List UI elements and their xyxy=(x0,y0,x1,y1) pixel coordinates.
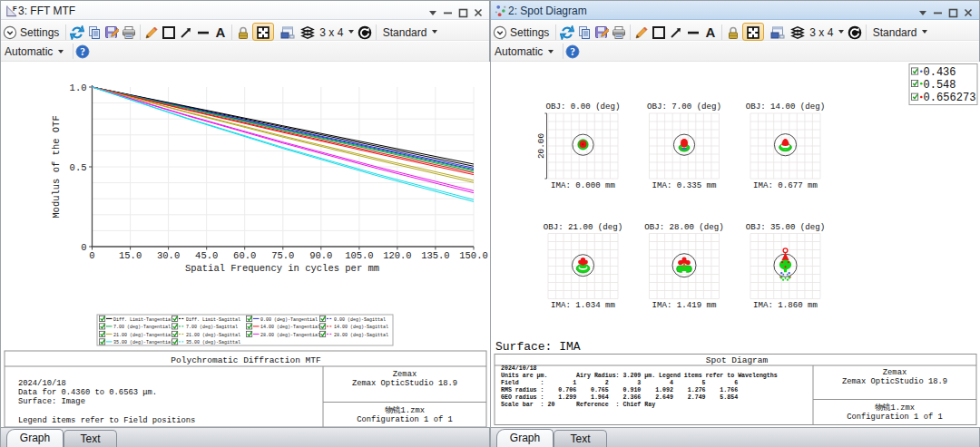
svg-text:A: A xyxy=(705,25,715,40)
svg-text:90.0: 90.0 xyxy=(309,250,332,261)
svg-text:?: ? xyxy=(80,46,85,57)
svg-text:Configuration 1 of 1: Configuration 1 of 1 xyxy=(357,415,453,424)
svg-text:OBJ: 21.00 (deg): OBJ: 21.00 (deg) xyxy=(544,222,622,232)
svg-text:Spot Diagram: Spot Diagram xyxy=(706,355,769,365)
svg-text:7.00 (deg)-Sagittal: 7.00 (deg)-Sagittal xyxy=(186,324,238,330)
svg-text:OBJ: 14.00 (deg): OBJ: 14.00 (deg) xyxy=(746,102,825,112)
svg-text:IMA: 1.034 mm: IMA: 1.034 mm xyxy=(551,300,615,310)
svg-text:OBJ: 0.00 (deg): OBJ: 0.00 (deg) xyxy=(546,102,621,112)
svg-text:Zemax: Zemax xyxy=(393,370,416,379)
svg-text:7.00 (deg)-Tangential: 7.00 (deg)-Tangential xyxy=(113,324,171,330)
svg-text:Diff. Limit-Sagittal: Diff. Limit-Sagittal xyxy=(186,316,240,323)
svg-text:30.0: 30.0 xyxy=(157,250,180,261)
svg-text:IMA: 1.419 mm: IMA: 1.419 mm xyxy=(652,300,717,310)
svg-text:物镜1.zmx: 物镜1.zmx xyxy=(385,405,425,415)
svg-text:Field : 1 2: Field : 1 2 3 4 5 6 xyxy=(501,380,738,386)
svg-text:Diff. Limit-Tangential: Diff. Limit-Tangential xyxy=(113,316,173,323)
svg-text:0.5: 0.5 xyxy=(70,162,87,173)
svg-text:F: F xyxy=(13,5,17,13)
svg-text:14.00 (deg)-Sagittal: 14.00 (deg)-Sagittal xyxy=(334,324,388,330)
svg-text:Scale bar : 20 Reference: Scale bar : 20 Reference : Chief Ray xyxy=(501,402,655,408)
svg-text:0.00 (deg)-Tangential: 0.00 (deg)-Tangential xyxy=(260,316,318,323)
svg-text:Zemax: Zemax xyxy=(883,368,906,377)
svg-text:0.436: 0.436 xyxy=(924,66,956,79)
svg-text:OBJ: 28.00 (deg): OBJ: 28.00 (deg) xyxy=(644,222,723,232)
svg-text:2024/10/18: 2024/10/18 xyxy=(18,379,66,388)
svg-text:Polychromatic Diffraction MTF: Polychromatic Diffraction MTF xyxy=(171,355,321,365)
svg-text:Spatial Frequency in cycles pe: Spatial Frequency in cycles per mm xyxy=(185,263,379,274)
svg-text:75.0: 75.0 xyxy=(271,250,294,261)
svg-text:135.0: 135.0 xyxy=(421,250,450,261)
svg-text:Units are μm. Airy Radi: Units are μm. Airy Radius: 3.209 μm. Leg… xyxy=(501,373,778,379)
svg-text:28.00 (deg)-Tangential: 28.00 (deg)-Tangential xyxy=(260,332,320,338)
svg-text:OBJ: 7.00 (deg): OBJ: 7.00 (deg) xyxy=(647,102,721,112)
svg-text:21.00 (deg)-Tangential: 21.00 (deg)-Tangential xyxy=(113,332,173,338)
svg-text:0: 0 xyxy=(89,250,94,261)
svg-text:15.0: 15.0 xyxy=(119,250,142,261)
svg-text:Modulus of the OTF: Modulus of the OTF xyxy=(51,115,62,218)
svg-text:120.0: 120.0 xyxy=(383,250,412,261)
svg-text:0: 0 xyxy=(81,242,86,253)
svg-text:45.0: 45.0 xyxy=(195,250,218,261)
svg-text:A: A xyxy=(215,25,225,40)
svg-text:IMA: 1.860 mm: IMA: 1.860 mm xyxy=(753,300,818,310)
svg-text:Surface: IMA: Surface: IMA xyxy=(495,340,581,354)
svg-text:60.0: 60.0 xyxy=(233,250,256,261)
svg-text:IMA: 0.335 mm: IMA: 0.335 mm xyxy=(652,180,717,190)
svg-text:20.00: 20.00 xyxy=(536,133,546,160)
svg-text:0.656273: 0.656273 xyxy=(924,92,976,104)
svg-text:Zemax OpticStudio 18.9: Zemax OpticStudio 18.9 xyxy=(352,379,457,388)
svg-text:RMS radius : 0.706 0.765: RMS radius : 0.706 0.765 0.910 1.092 1.2… xyxy=(501,387,738,394)
svg-text:Zemax OpticStudio 18.9: Zemax OpticStudio 18.9 xyxy=(842,377,947,386)
svg-text:35.00 (deg)-Sagittal: 35.00 (deg)-Sagittal xyxy=(186,339,240,345)
svg-text:Data for 0.4360 to 0.6563 μm.: Data for 0.4360 to 0.6563 μm. xyxy=(18,388,157,397)
svg-text:35.00 (deg)-Tangential: 35.00 (deg)-Tangential xyxy=(113,339,173,345)
svg-text:21.00 (deg)-Sagittal: 21.00 (deg)-Sagittal xyxy=(186,332,240,338)
svg-text:IMA: 0.677 mm: IMA: 0.677 mm xyxy=(753,180,818,190)
svg-text:1.0: 1.0 xyxy=(70,83,87,93)
svg-text:?: ? xyxy=(570,46,575,57)
svg-text:28.00 (deg)-Sagittal: 28.00 (deg)-Sagittal xyxy=(334,332,388,338)
svg-text:0.00 (deg)-Sagittal: 0.00 (deg)-Sagittal xyxy=(334,316,386,323)
svg-text:150.0: 150.0 xyxy=(459,250,488,261)
svg-text:2024/10/18: 2024/10/18 xyxy=(501,365,537,372)
svg-text:物镜1.zmx: 物镜1.zmx xyxy=(875,403,915,413)
svg-text:Surface: Image: Surface: Image xyxy=(18,397,85,406)
svg-text:OBJ: 35.00 (deg): OBJ: 35.00 (deg) xyxy=(746,222,825,232)
svg-text:105.0: 105.0 xyxy=(345,250,374,261)
svg-text:Legend items refer to Field po: Legend items refer to Field positions xyxy=(18,416,195,425)
svg-text:IMA: 0.000 mm: IMA: 0.000 mm xyxy=(551,180,615,190)
svg-text:0.548: 0.548 xyxy=(924,79,956,92)
svg-text:GEO radius : 1.299 1.964: GEO radius : 1.299 1.964 2.366 2.649 2.7… xyxy=(501,394,738,401)
svg-text:Configuration 1 of 1: Configuration 1 of 1 xyxy=(847,413,943,422)
svg-text:14.00 (deg)-Tangential: 14.00 (deg)-Tangential xyxy=(260,324,320,330)
